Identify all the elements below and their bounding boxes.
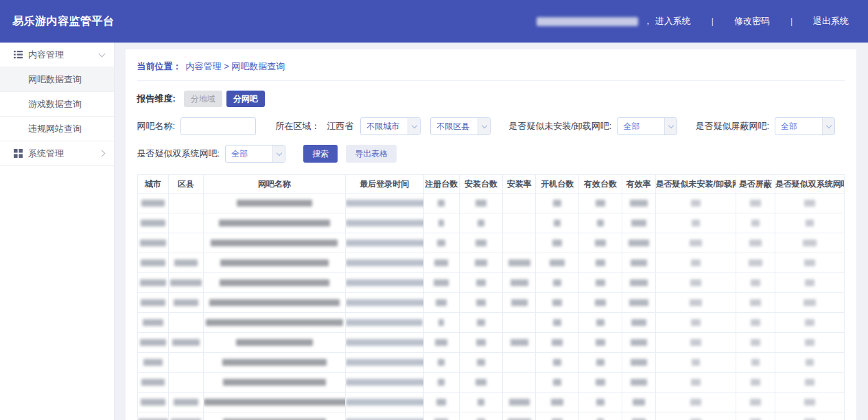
table-cell (655, 353, 736, 373)
redacted-text (554, 220, 561, 226)
redacted-text (631, 220, 646, 226)
table-cell (736, 253, 775, 273)
table-cell (655, 293, 736, 313)
city-select-value: 不限城市 (361, 121, 408, 132)
redacted-text (803, 240, 817, 246)
redacted-text (750, 299, 761, 306)
redacted-text (691, 379, 701, 386)
sidebar-item-illegal-site-query[interactable]: 违规网站查询 (0, 117, 114, 141)
table-cell (346, 353, 423, 373)
redacted-text (476, 299, 486, 306)
logout-link[interactable]: 退出系统 (813, 15, 849, 27)
table-cell (536, 213, 579, 233)
select-arrow (478, 118, 490, 135)
table-row[interactable] (137, 373, 844, 393)
column-header: 是否屏蔽 (736, 175, 775, 194)
redacted-text (223, 379, 326, 386)
chevron-down-icon (825, 123, 831, 128)
table-cell (736, 393, 775, 412)
redacted-text (633, 399, 645, 406)
table-cell (502, 373, 536, 393)
table-cell (137, 333, 169, 353)
redacted-text (438, 319, 444, 326)
redacted-text (346, 220, 423, 226)
netbar-name-input[interactable] (180, 117, 256, 135)
redacted-text (550, 259, 565, 266)
table-cell (655, 412, 736, 420)
table-cell (622, 194, 655, 213)
table-cell (655, 273, 736, 293)
redacted-text (553, 359, 561, 366)
redacted-text (346, 299, 423, 306)
table-row[interactable] (137, 273, 844, 293)
redacted-text (141, 220, 165, 226)
table-row[interactable] (137, 233, 844, 253)
breadcrumb: 当前位置：内容管理 > 网吧数据查询 (137, 49, 845, 81)
sidebar-item-game-data-query[interactable]: 游戏数据查询 (0, 92, 114, 117)
table-cell (169, 273, 204, 293)
table-row[interactable] (137, 213, 844, 233)
table-cell (736, 273, 775, 293)
dimension-by-region-button[interactable]: 分地域 (184, 91, 222, 107)
change-password-link[interactable]: 修改密码 (734, 15, 770, 27)
city-select[interactable]: 不限城市 (360, 117, 421, 135)
table-cell (775, 373, 844, 393)
dual-system-select[interactable]: 全部 (225, 145, 285, 163)
table-cell (622, 412, 655, 420)
sidebar-group-content-management[interactable]: 内容管理 (0, 43, 114, 67)
dimension-by-netbar-button[interactable]: 分网吧 (226, 91, 265, 107)
table-row[interactable] (137, 333, 844, 353)
table-cell (203, 313, 346, 333)
table-row[interactable] (137, 412, 844, 420)
enter-system-link[interactable]: 进入系统 (655, 15, 691, 27)
redacted-text (751, 279, 760, 286)
block-select[interactable]: 全部 (775, 117, 835, 135)
table-cell (736, 233, 775, 253)
table-row[interactable] (137, 313, 844, 333)
redacted-text (690, 279, 701, 286)
table-row[interactable] (137, 253, 844, 273)
redacted-text (552, 339, 563, 346)
breadcrumb-prefix: 当前位置： (137, 61, 182, 71)
district-select[interactable]: 不限区县 (430, 117, 491, 135)
redacted-text (511, 339, 528, 346)
table-cell (203, 293, 346, 313)
redacted-text (596, 279, 605, 286)
table-cell (502, 233, 536, 253)
table-cell (502, 213, 536, 233)
province-text: 江西省 (327, 120, 353, 132)
table-cell (137, 412, 169, 420)
table-cell (203, 333, 346, 353)
table-row[interactable] (137, 293, 844, 313)
table-cell (203, 353, 346, 373)
search-button[interactable]: 搜索 (303, 145, 338, 163)
header-actions: ， 进入系统 | 修改密码 | 退出系统 (537, 15, 849, 27)
uninstall-select[interactable]: 全部 (617, 117, 677, 135)
redacted-text (749, 240, 762, 246)
username-redacted (537, 17, 638, 26)
table-cell (622, 233, 655, 253)
table-cell (169, 233, 204, 253)
table-cell (536, 412, 579, 420)
export-table-button[interactable]: 导出表格 (346, 145, 397, 163)
table-cell (346, 313, 423, 333)
table-cell (423, 393, 460, 412)
sidebar-item-netbar-data-query[interactable]: 网吧数据查询 (0, 67, 114, 92)
sidebar-group-system-management[interactable]: 系统管理 (0, 141, 114, 166)
table-cell (423, 253, 460, 273)
select-arrow (408, 118, 420, 135)
redacted-text (805, 339, 814, 346)
redacted-text (477, 319, 485, 326)
table-row[interactable] (137, 194, 844, 213)
table-cell (346, 393, 423, 412)
table-cell (502, 273, 536, 293)
column-header: 有效台数 (579, 175, 622, 194)
table-cell (502, 194, 536, 213)
table-cell (502, 333, 536, 353)
table-row[interactable] (137, 393, 844, 412)
redacted-text (631, 259, 647, 266)
table-cell (169, 253, 204, 273)
redacted-text (346, 399, 423, 406)
table-row[interactable] (137, 353, 844, 373)
header-separator: | (712, 16, 714, 26)
